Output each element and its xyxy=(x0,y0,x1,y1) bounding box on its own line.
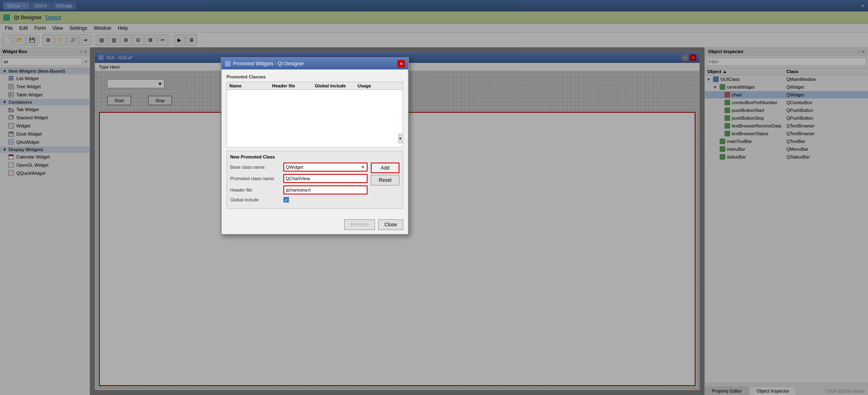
ptable-name-col: Name xyxy=(229,83,272,88)
base-class-label: Base class name: xyxy=(230,165,283,170)
promoted-dialog-titlebar: Promoted Widgets - Qt Designer ✕ xyxy=(222,58,408,69)
ptable-headerfile-col: Header file xyxy=(272,83,315,88)
base-class-combo-arrow-icon: ▼ xyxy=(361,165,365,170)
base-class-value: QWidget xyxy=(286,165,303,170)
promoted-dialog-close-icon[interactable]: ✕ xyxy=(397,60,405,67)
add-reset-col: Add Reset xyxy=(371,163,399,185)
header-file-label: Header file: xyxy=(230,187,283,192)
checkmark-icon: ✓ xyxy=(285,198,288,202)
form-row-headerfile: Header file: qchartview.h xyxy=(230,185,368,194)
promoted-dialog-footer: Promote Close xyxy=(222,217,408,234)
promoted-form-with-buttons: Base class name: QWidget ▼ Promoted clas… xyxy=(230,163,399,205)
promoted-dialog-title-label: Promoted Widgets - Qt Designer xyxy=(233,61,304,67)
promoted-class-label: Promoted class name: xyxy=(230,176,283,181)
promoted-widgets-dialog: Promoted Widgets - Qt Designer ✕ Promote… xyxy=(221,57,409,235)
form-row-globalinclude: Global include ✓ xyxy=(230,197,368,203)
promoted-dialog-title-left: Promoted Widgets - Qt Designer xyxy=(225,61,304,67)
promoted-form-fields: Base class name: QWidget ▼ Promoted clas… xyxy=(230,163,368,205)
new-promoted-section: New Promoted Class Base class name: QWid… xyxy=(227,151,403,209)
form-row-promotedclass: Promoted class name: QChartView xyxy=(230,174,368,183)
reset-button[interactable]: Reset xyxy=(371,175,399,185)
global-include-checkbox[interactable]: ✓ xyxy=(283,197,289,203)
ptable-usage-col: Usage xyxy=(358,83,401,88)
global-include-checkbox-wrapper: ✓ xyxy=(283,197,289,203)
promote-button[interactable]: Promote xyxy=(344,219,375,230)
close-button[interactable]: Close xyxy=(378,219,403,230)
promoted-dialog-body: Promoted Classes Name Header file Global… xyxy=(222,69,408,217)
ptable-globalinclude-col: Global include xyxy=(315,83,358,88)
form-row-baseclass: Base class name: QWidget ▼ xyxy=(230,163,368,172)
watermark: CSDN @Zhao-Jichao xyxy=(825,389,865,393)
table-scrollbar-thumb[interactable]: ▼ xyxy=(398,134,402,143)
new-promoted-title-label: New Promoted Class xyxy=(230,154,399,159)
promoted-classes-label: Promoted Classes xyxy=(227,74,403,79)
promoted-dialog-icon xyxy=(225,61,231,67)
promoted-table-body xyxy=(227,90,403,147)
base-class-combo[interactable]: QWidget ▼ xyxy=(283,163,368,172)
global-include-label: Global include xyxy=(230,197,283,202)
add-button[interactable]: Add xyxy=(371,163,399,173)
promoted-table-header: Name Header file Global include Usage xyxy=(227,82,403,90)
header-file-input[interactable]: qchartview.h xyxy=(283,185,368,194)
modal-overlay: Promoted Widgets - Qt Designer ✕ Promote… xyxy=(0,0,868,395)
promoted-classes-table: Name Header file Global include Usage xyxy=(227,82,403,147)
promoted-class-input[interactable]: QChartView xyxy=(283,174,368,183)
